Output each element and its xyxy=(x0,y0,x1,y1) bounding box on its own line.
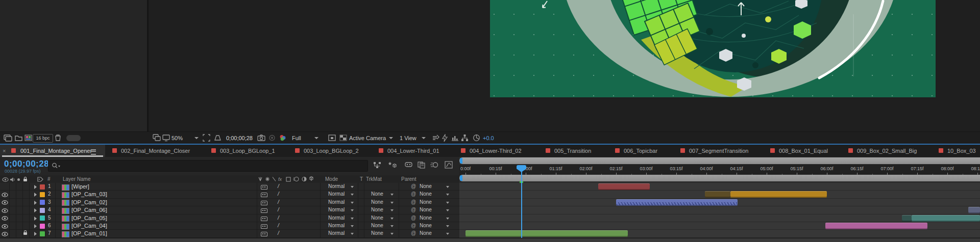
layer-number-header[interactable]: # xyxy=(47,175,51,183)
parent-pickwhip-icon[interactable]: @ xyxy=(411,191,416,198)
layer-duration-bar[interactable] xyxy=(902,215,912,222)
expand-arrow-icon[interactable] xyxy=(34,224,37,228)
chevron-down-icon[interactable] xyxy=(446,233,449,235)
quality-best-icon[interactable]: / xyxy=(278,206,279,213)
snapshot-camera-icon[interactable] xyxy=(257,134,265,142)
comp-mini-flowchart-icon[interactable] xyxy=(373,161,382,169)
layer-name-header[interactable]: Layer Name xyxy=(63,175,90,183)
label-color-icon[interactable] xyxy=(37,177,43,182)
layer-label-color[interactable] xyxy=(40,192,45,197)
region-of-interest-icon[interactable] xyxy=(203,134,210,142)
comp-tab[interactable]: 004_Lower-Third_01 xyxy=(372,145,454,157)
share-view-icon[interactable] xyxy=(432,134,439,142)
layer-row[interactable]: 6[OP_Cam_04]/NormalNone@None xyxy=(0,222,459,230)
work-area-start-handle[interactable] xyxy=(460,175,462,181)
mask-visibility-icon[interactable] xyxy=(214,134,222,142)
chevron-down-icon[interactable] xyxy=(389,137,393,139)
layer-row[interactable]: 4[OP_Cam_06]/NormalNone@None xyxy=(0,206,459,214)
parent-dropdown[interactable]: None xyxy=(420,206,432,213)
expand-arrow-icon[interactable] xyxy=(34,232,37,236)
timeline-bottom-scrollbar[interactable] xyxy=(0,238,980,242)
time-ruler[interactable]: 0:00f 00:15f 01:00f 01:15f 02:00f 02:15f… xyxy=(459,165,980,175)
track-row[interactable] xyxy=(459,206,980,214)
shy-icon[interactable] xyxy=(261,208,267,213)
layer-name[interactable]: [OP_Cam_02] xyxy=(71,199,107,206)
expand-arrow-icon[interactable] xyxy=(34,217,37,221)
layer-row[interactable]: 1[Wiper]/Normal@None xyxy=(0,183,459,191)
channel-rgb-icon[interactable] xyxy=(279,134,287,142)
transparency-grid-icon[interactable] xyxy=(339,134,347,142)
blend-mode-dropdown[interactable]: Normal xyxy=(328,206,345,213)
quality-best-icon[interactable]: / xyxy=(278,214,279,222)
parent-pickwhip-icon[interactable]: @ xyxy=(411,183,416,190)
chevron-down-icon[interactable] xyxy=(351,202,354,204)
timeline-chart-icon[interactable] xyxy=(451,134,459,142)
trkmat-dropdown[interactable]: None xyxy=(371,214,383,222)
new-folder-icon[interactable] xyxy=(15,134,22,142)
expand-arrow-icon[interactable] xyxy=(34,185,37,189)
layer-name[interactable]: [OP_Cam_06] xyxy=(71,206,107,213)
blend-mode-dropdown[interactable]: Normal xyxy=(328,230,345,237)
chevron-down-icon[interactable] xyxy=(314,137,318,139)
chevron-down-icon[interactable] xyxy=(422,137,426,139)
layer-duration-bar[interactable] xyxy=(598,183,650,190)
expand-arrow-icon[interactable] xyxy=(34,193,37,197)
shy-icon[interactable] xyxy=(261,193,267,197)
blend-mode-dropdown[interactable]: Normal xyxy=(328,222,345,229)
navigator-start-handle[interactable] xyxy=(460,158,462,164)
comp-tab[interactable]: 003_Loop_BGLoop_2 xyxy=(288,145,372,157)
comp-tab[interactable]: 006_Topicbar xyxy=(608,145,673,157)
parent-header[interactable]: Parent xyxy=(401,175,416,183)
bit-depth-button[interactable]: 16 bpc xyxy=(33,134,53,143)
parent-pickwhip-icon[interactable]: @ xyxy=(411,199,416,206)
shy-icon[interactable] xyxy=(261,185,267,190)
chevron-down-icon[interactable] xyxy=(446,225,449,227)
video-eye-icon[interactable] xyxy=(2,216,8,221)
chevron-down-icon[interactable] xyxy=(446,186,449,188)
audio-speaker-icon[interactable] xyxy=(10,177,15,182)
chevron-down-icon[interactable] xyxy=(446,202,449,204)
comp-tab[interactable]: 003_Loop_BGLoop_1 xyxy=(204,145,288,157)
parent-dropdown[interactable]: None xyxy=(420,230,432,237)
parent-pickwhip-icon[interactable]: @ xyxy=(411,214,416,222)
new-composition-icon[interactable] xyxy=(24,134,32,142)
track-row[interactable] xyxy=(459,183,980,191)
quality-best-icon[interactable]: / xyxy=(278,222,279,229)
comp-tab[interactable]: 008_Box_01_Equal xyxy=(763,145,841,157)
frame-blending-icon[interactable] xyxy=(418,161,426,169)
lock-icon[interactable] xyxy=(23,232,27,235)
layer-label-color[interactable] xyxy=(40,200,45,205)
video-eye-icon[interactable] xyxy=(2,224,8,229)
comp-tab[interactable]: 002_Final_Montage_Closer xyxy=(105,145,204,157)
interpret-footage-icon[interactable] xyxy=(4,134,12,142)
expand-arrow-icon[interactable] xyxy=(34,201,37,205)
parent-dropdown[interactable]: None xyxy=(420,222,432,229)
layer-label-color[interactable] xyxy=(40,208,45,213)
panel-menu-icon[interactable] xyxy=(91,149,96,155)
trkmat-dropdown[interactable]: None xyxy=(371,199,383,206)
layer-duration-bar[interactable] xyxy=(730,191,827,198)
lock-icon[interactable] xyxy=(23,179,27,181)
video-eye-icon[interactable] xyxy=(2,200,8,205)
chevron-down-icon[interactable] xyxy=(390,209,394,211)
layer-duration-bar[interactable] xyxy=(912,215,980,222)
chevron-down-icon[interactable] xyxy=(390,202,394,204)
playhead-line[interactable] xyxy=(521,165,522,242)
layer-label-color[interactable] xyxy=(40,231,45,236)
trkmat-dropdown[interactable]: None xyxy=(371,230,383,237)
layer-duration-bar[interactable] xyxy=(968,207,980,213)
exposure-value[interactable]: +0.0 xyxy=(483,132,494,144)
layer-name[interactable]: [Wiper] xyxy=(71,183,89,190)
fast-previews-icon[interactable] xyxy=(442,134,448,142)
scrollbar-thumb[interactable] xyxy=(66,135,81,141)
trkmat-dropdown[interactable]: None xyxy=(371,222,383,229)
blend-mode-dropdown[interactable]: Normal xyxy=(328,183,345,190)
quality-best-icon[interactable]: / xyxy=(278,183,279,190)
comp-tab[interactable]: 009_Box_02_Small_Big xyxy=(841,145,932,157)
chevron-down-icon[interactable] xyxy=(351,194,354,196)
chevron-down-icon[interactable] xyxy=(446,218,449,220)
solo-icon[interactable] xyxy=(17,178,20,181)
shy-icon[interactable] xyxy=(261,224,267,229)
chevron-down-icon[interactable] xyxy=(351,233,354,235)
blend-mode-dropdown[interactable]: Normal xyxy=(328,191,345,198)
